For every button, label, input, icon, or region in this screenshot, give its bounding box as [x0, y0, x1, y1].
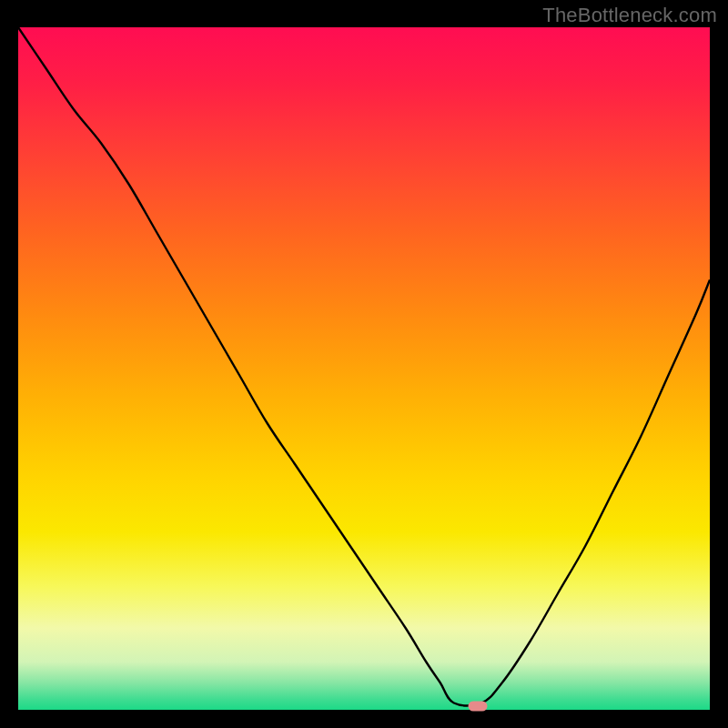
- optimal-marker: [469, 701, 488, 711]
- plot-svg: [18, 27, 710, 710]
- chart-frame: TheBottleneck.com: [0, 0, 728, 728]
- plot-area: [18, 27, 710, 710]
- watermark-text: TheBottleneck.com: [542, 4, 717, 27]
- gradient-background: [18, 27, 710, 710]
